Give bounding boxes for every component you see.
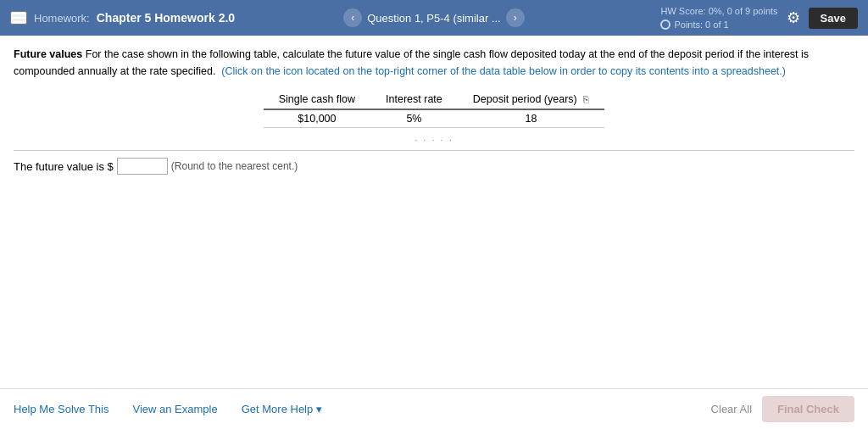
- cell-deposit-period: 18: [458, 109, 604, 128]
- col-header-cash-flow: Single cash flow: [264, 90, 370, 109]
- col-header-interest-rate: Interest rate: [370, 90, 458, 109]
- scroll-dots: · · · · ·: [415, 135, 453, 145]
- menu-button[interactable]: [10, 11, 27, 25]
- get-more-help-button[interactable]: Get More Help ▾: [242, 403, 322, 415]
- points-label: Points: 0 of 1: [674, 18, 728, 32]
- prev-question-button[interactable]: ‹: [343, 8, 362, 27]
- scroll-hint: · · · · ·: [14, 135, 854, 145]
- question-bold-label: Future values: [14, 48, 82, 60]
- answer-row: The future value is $ (Round to the near…: [14, 158, 854, 175]
- answer-input[interactable]: [117, 158, 168, 175]
- header-center: ‹ Question 1, P5-4 (similar ... ›: [292, 8, 575, 27]
- footer-right: Clear All Final Check: [711, 396, 854, 422]
- data-table-wrapper: Single cash flow Interest rate Deposit p…: [14, 90, 854, 128]
- settings-button[interactable]: ⚙: [787, 8, 800, 27]
- cell-interest-rate: 5%: [370, 109, 458, 128]
- copy-table-icon[interactable]: ⎘: [583, 94, 589, 104]
- circle-icon: [660, 20, 670, 30]
- header-left: Homework: Chapter 5 Homework 2.0: [10, 11, 292, 25]
- question-label: Question 1, P5-4 (similar ...: [367, 12, 501, 25]
- next-question-button[interactable]: ›: [506, 8, 525, 27]
- score-info: HW Score: 0%, 0 of 9 points Points: 0 of…: [660, 4, 777, 32]
- clear-all-button[interactable]: Clear All: [711, 403, 752, 415]
- answer-hint: (Round to the nearest cent.): [171, 160, 298, 172]
- save-button[interactable]: Save: [809, 8, 858, 29]
- cell-cash-flow: $10,000: [264, 109, 370, 128]
- content-divider: [14, 150, 854, 151]
- answer-prefix: The future value is $: [14, 160, 114, 173]
- homework-title: Chapter 5 Homework 2.0: [97, 11, 235, 25]
- header-right: HW Score: 0%, 0 of 9 points Points: 0 of…: [576, 4, 858, 32]
- points-row: Points: 0 of 1: [660, 18, 777, 32]
- copy-spreadsheet-link[interactable]: (Click on the icon located on the top-ri…: [221, 65, 786, 77]
- view-example-button[interactable]: View an Example: [132, 403, 217, 415]
- data-table: Single cash flow Interest rate Deposit p…: [264, 90, 604, 128]
- footer-links: Help Me Solve This View an Example Get M…: [14, 403, 711, 415]
- hw-score: HW Score: 0%, 0 of 9 points: [660, 4, 777, 19]
- header: Homework: Chapter 5 Homework 2.0 ‹ Quest…: [0, 0, 868, 36]
- final-check-button[interactable]: Final Check: [762, 396, 854, 422]
- main-content: Future values For the case shown in the …: [0, 36, 868, 388]
- homework-label: Homework:: [34, 12, 90, 25]
- help-me-solve-button[interactable]: Help Me Solve This: [14, 403, 108, 415]
- question-intro: Future values For the case shown in the …: [14, 46, 854, 80]
- col-header-deposit-period: Deposit period (years) ⎘: [458, 90, 604, 109]
- table-row: $10,000 5% 18: [264, 109, 604, 128]
- footer: Help Me Solve This View an Example Get M…: [0, 388, 868, 429]
